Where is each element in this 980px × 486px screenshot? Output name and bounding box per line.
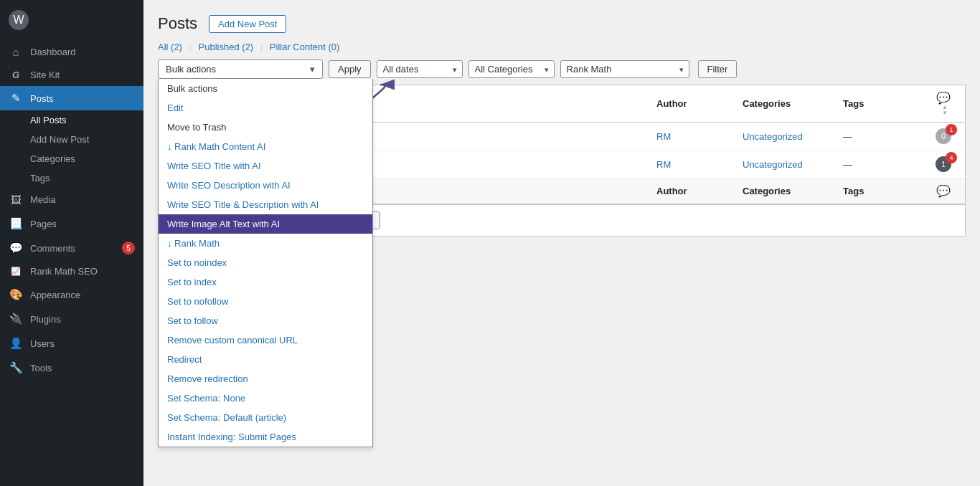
sidebar-item-rank-math-seo[interactable]: 📈 Rank Math SEO: [0, 260, 143, 282]
sidebar-logo: W: [0, 0, 143, 40]
comments-icon: 💬: [9, 242, 23, 254]
filter-all-link[interactable]: All (2): [158, 42, 182, 52]
dropdown-item-bulk-actions-header[interactable]: Bulk actions: [159, 79, 372, 98]
site-kit-icon: G: [9, 70, 23, 80]
dropdown-item-set-schema-none[interactable]: Set Schema: None: [159, 389, 372, 408]
main-content: Posts Add New Post All (2) | Published (…: [143, 0, 980, 486]
row2-author-link[interactable]: RM: [656, 159, 671, 170]
sidebar-item-users[interactable]: 👤 Users: [0, 331, 143, 356]
dropdown-item-set-follow[interactable]: Set to follow: [159, 311, 372, 330]
dropdown-item-remove-redirection[interactable]: Remove redirection: [159, 369, 372, 389]
tfoot-tags: Tags: [836, 178, 922, 204]
sidebar-item-tools[interactable]: 🔧 Tools: [0, 356, 143, 380]
dropdown-item-move-to-trash[interactable]: Move to Trash: [159, 118, 372, 137]
sidebar-sub-item-all-posts[interactable]: All Posts: [0, 110, 143, 130]
dropdown-item-write-seo-title-desc[interactable]: Write SEO Title & Description with AI: [159, 195, 372, 214]
sidebar-sub-item-categories[interactable]: Categories: [0, 149, 143, 168]
categories-filter-select[interactable]: All Categories: [468, 60, 555, 78]
row1-categories-cell: Uncategorized: [735, 123, 836, 151]
comment-tfoot-icon: 💬: [936, 185, 951, 197]
dropdown-item-instant-indexing[interactable]: Instant Indexing: Submit Pages: [159, 427, 372, 447]
dropdown-item-set-nofollow[interactable]: Set to nofollow: [159, 292, 372, 311]
th-categories: Categories: [735, 85, 836, 123]
rank-math-filter-wrapper: Rank Math: [560, 60, 689, 78]
plugins-icon: 🔌: [9, 313, 23, 325]
sidebar-item-comments[interactable]: 💬 Comments 5: [0, 236, 143, 260]
comments-badge: 5: [122, 242, 135, 254]
sidebar-item-dashboard[interactable]: ⌂ Dashboard: [0, 40, 143, 64]
sidebar-item-label: Pages: [30, 219, 57, 229]
th-tags: Tags: [836, 85, 922, 123]
row1-category-link[interactable]: Uncategorized: [743, 131, 803, 142]
categories-filter-wrapper: All Categories: [468, 60, 555, 78]
dropdown-item-rank-math[interactable]: ↓ Rank Math: [159, 234, 372, 253]
filter-published-link[interactable]: Published (2): [199, 42, 254, 52]
dropdown-item-set-noindex[interactable]: Set to noindex: [159, 253, 372, 272]
tools-icon: 🔧: [9, 361, 23, 374]
sidebar-item-label: Users: [30, 338, 55, 349]
row2-category-link[interactable]: Uncategorized: [743, 159, 803, 170]
sidebar-item-appearance[interactable]: 🎨 Appearance: [0, 282, 143, 307]
row2-comments-cell: 1 4: [922, 151, 965, 178]
posts-icon: ✎: [9, 92, 23, 105]
appearance-icon: 🎨: [9, 288, 23, 301]
bulk-actions-menu: Bulk actions Edit Move to Trash ↓ Rank M…: [158, 79, 373, 447]
dropdown-item-rank-math-content-ai[interactable]: ↓ Rank Math Content AI: [159, 137, 372, 156]
page-title-row: Posts Add New Post: [158, 14, 966, 33]
sidebar-item-label: Comments: [30, 243, 75, 254]
row2-tags-cell: —: [836, 151, 922, 178]
sidebar-item-pages[interactable]: 📃 Pages: [0, 211, 143, 236]
dropdown-item-edit[interactable]: Edit: [159, 98, 372, 118]
sort-down-icon[interactable]: ▼: [932, 110, 958, 116]
sub-item-label: Add New Post: [30, 134, 89, 145]
sidebar-item-label: Rank Math SEO: [30, 266, 98, 277]
dropdown-item-remove-canonical[interactable]: Remove custom canonical URL: [159, 330, 372, 350]
sidebar-item-site-kit[interactable]: G Site Kit: [0, 64, 143, 86]
sidebar-item-label: Tools: [30, 363, 52, 373]
dropdown-item-write-image-alt[interactable]: Write Image Alt Text with AI: [159, 214, 372, 234]
rank-math-icon: 📈: [9, 267, 23, 276]
rank-math-filter-select[interactable]: Rank Math: [560, 60, 689, 78]
sidebar-sub-item-add-new[interactable]: Add New Post: [0, 130, 143, 149]
wp-logo-icon: W: [9, 10, 29, 30]
th-author: Author: [649, 85, 735, 123]
sidebar-item-label: Appearance: [30, 290, 80, 300]
sidebar-item-posts[interactable]: ✎ Posts: [0, 86, 143, 110]
dropdown-item-set-schema-default[interactable]: Set Schema: Default (article): [159, 408, 372, 427]
sidebar-item-label: Site Kit: [30, 70, 60, 80]
sidebar-item-media[interactable]: 🖼 Media: [0, 188, 143, 211]
add-new-post-button[interactable]: Add New Post: [209, 15, 286, 33]
row2-tags: —: [843, 159, 852, 170]
sub-item-label: All Posts: [30, 115, 67, 125]
filter-links: All (2) | Published (2) | Pillar Content…: [158, 42, 966, 52]
top-apply-button[interactable]: Apply: [329, 60, 371, 78]
dashboard-icon: ⌂: [9, 46, 23, 58]
row1-author-link[interactable]: RM: [656, 131, 671, 142]
filter-button[interactable]: Filter: [698, 60, 738, 78]
bulk-actions-dropdown[interactable]: Bulk actions ▾: [158, 59, 323, 79]
row1-comments-cell: 0 1: [922, 123, 965, 151]
bulk-actions-label: Bulk actions: [166, 64, 216, 75]
sidebar: W ⌂ Dashboard G Site Kit ✎ Posts All Pos…: [0, 0, 143, 486]
dates-filter-wrapper: All dates: [377, 60, 463, 78]
row2-categories-cell: Uncategorized: [735, 151, 836, 178]
sub-item-label: Tags: [30, 173, 50, 184]
page-title: Posts: [158, 14, 197, 33]
dropdown-item-set-index[interactable]: Set to index: [159, 272, 372, 292]
comment-th-icon: 💬: [936, 92, 951, 104]
sub-item-label: Categories: [30, 153, 75, 164]
row1-author-cell: RM: [649, 123, 735, 151]
bulk-actions-wrapper: Bulk actions ▾ Bulk actions Edit Move to…: [158, 59, 323, 79]
tfoot-author: Author: [649, 178, 735, 204]
row1-tags: —: [843, 131, 852, 142]
sidebar-sub-item-tags[interactable]: Tags: [0, 168, 143, 188]
filter-pillar-link[interactable]: Pillar Content (0): [270, 42, 340, 52]
dropdown-item-write-seo-title[interactable]: Write SEO Title with AI: [159, 156, 372, 176]
row1-new-comment-badge: 1: [946, 124, 957, 135]
top-toolbar: Bulk actions ▾ Bulk actions Edit Move to…: [158, 59, 966, 79]
sidebar-item-label: Media: [30, 194, 55, 205]
sidebar-item-plugins[interactable]: 🔌 Plugins: [0, 307, 143, 331]
dropdown-item-redirect[interactable]: Redirect: [159, 350, 372, 369]
dates-filter-select[interactable]: All dates: [377, 60, 463, 78]
dropdown-item-write-seo-description[interactable]: Write SEO Description with AI: [159, 176, 372, 195]
